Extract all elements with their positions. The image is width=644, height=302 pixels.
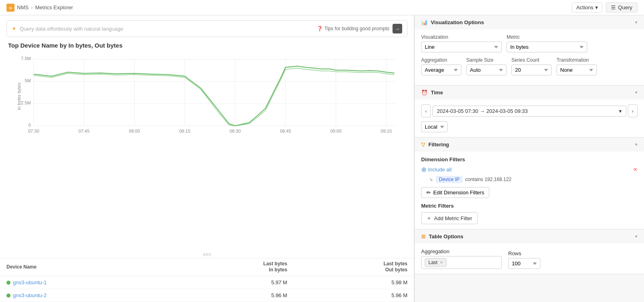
time-range-display[interactable]: 2024-03-05 07:30 → 2024-03-05 09:33 ▾ [432, 106, 626, 117]
sample-group: Sample Size Auto [466, 57, 507, 75]
agg-input-box[interactable]: Last × [421, 256, 502, 269]
sample-label: Sample Size [466, 57, 507, 63]
remove-agg-tag-button[interactable]: × [440, 260, 443, 265]
edit-dimension-filters-button[interactable]: ✏ Edit Dimension Filters [421, 187, 489, 198]
transform-select[interactable]: None [557, 65, 597, 75]
remove-filter-button[interactable]: ✕ [633, 167, 638, 173]
time-section-header[interactable]: ⏰ Time ▾ [415, 85, 644, 100]
series-label: Series Count [511, 57, 552, 63]
right-panel: 📊 Visualization Options ▾ Visualization … [414, 15, 644, 302]
sample-select[interactable]: Auto [466, 65, 507, 75]
series-group: Series Count 20 [511, 57, 552, 75]
table-icon: ⊞ [421, 233, 426, 240]
device-link-2[interactable]: gns3-ubuntu-2 [6, 292, 167, 298]
agg-tag-label: Last [428, 260, 438, 265]
time-header-left: ⏰ Time [421, 90, 443, 96]
table-options-header[interactable]: ⊞ Table Options ▾ [415, 229, 644, 244]
time-chevron-icon: ▾ [635, 90, 638, 95]
svg-text:5M: 5M [25, 78, 31, 83]
query-button[interactable]: ☰ Query [606, 2, 638, 12]
table-rows-group: Rows 100 [508, 250, 540, 269]
svg-text:08:30: 08:30 [230, 129, 241, 133]
time-nav: ‹ 2024-03-05 07:30 → 2024-03-05 09:33 ▾ … [421, 104, 638, 117]
add-metric-label: Add Metric Filter [434, 215, 472, 221]
timezone-row: Local [421, 121, 638, 132]
device-ip-chip[interactable]: Device IP [436, 176, 463, 183]
dim-filters-label: Dimension Filters [421, 156, 638, 162]
device-link-1[interactable]: gns3-ubuntu-1 [6, 279, 167, 285]
transform-label: Transformation [557, 57, 597, 63]
status-dot-2 [6, 294, 10, 298]
breadcrumb-metrics-explorer: Metrics Explorer [35, 4, 73, 10]
sparkle-icon: ✦ [12, 25, 17, 32]
col-in-bytes-header: Last bytes In bytes [173, 258, 293, 276]
vis-options-header-left: 📊 Visualization Options [421, 19, 484, 25]
filtering-header-left: ▽ Filtering [421, 142, 449, 148]
filtering-chevron-icon: ▾ [635, 142, 638, 147]
breadcrumb-sep: › [31, 4, 33, 10]
search-submit-button[interactable]: → [393, 24, 402, 33]
include-all-button[interactable]: ⊕ Include all [421, 166, 452, 173]
filter-chip-condition: contains 192.168.122 [465, 177, 511, 182]
vis-options-title: Visualization Options [431, 19, 484, 25]
search-placeholder-text: Query data effortlessly with natural lan… [20, 26, 314, 32]
clock-icon: ⏰ [421, 90, 428, 96]
agg-select[interactable]: Average [421, 65, 461, 75]
table-agg-group: Aggregation Last × [421, 248, 502, 269]
svg-text:08:15: 08:15 [179, 129, 191, 133]
svg-text:08:00: 08:00 [129, 129, 140, 133]
vis-options-section: 📊 Visualization Options ▾ Visualization … [415, 15, 644, 85]
filtering-body: Dimension Filters ⊕ Include all ✕ ↳ Devi… [415, 152, 644, 229]
resize-handle[interactable]: ⠿⠿⠿ [0, 252, 414, 258]
table-options-title: Table Options [429, 233, 463, 240]
col-device-name: Device Name [0, 258, 173, 276]
metric-group: Metric In bytes [507, 34, 587, 52]
time-title: Time [431, 90, 443, 96]
in-bytes-2: 5.96 M [173, 289, 293, 302]
actions-label: Actions [576, 4, 594, 10]
rows-select[interactable]: 100 [508, 258, 540, 269]
filter-arrow-icon: ↳ [429, 177, 433, 182]
device-name-cell: gns3-ubuntu-1 [0, 276, 173, 289]
series-select[interactable]: 20 [511, 65, 552, 75]
vis-label: Visualization [421, 34, 502, 40]
svg-text:2.5M: 2.5M [21, 100, 31, 105]
time-next-button[interactable]: › [628, 104, 638, 117]
metric-label: Metric [507, 34, 587, 40]
edit-dim-label: Edit Dimension Filters [433, 190, 484, 196]
filter-icon: ▽ [421, 142, 425, 148]
svg-text:N: N [9, 6, 12, 10]
device-name-cell-2: gns3-ubuntu-2 [0, 289, 173, 302]
table-agg-label: Aggregation [421, 248, 502, 254]
line-chart: 7.5M 5M 2.5M 0 In bytes bytes [4, 52, 410, 145]
topbar-left: N NMS › Metrics Explorer [6, 4, 73, 12]
help-icon: ❓ [317, 26, 323, 31]
device-name-1: gns3-ubuntu-1 [13, 279, 47, 285]
vis-metric-row: Visualization Line Metric In bytes [421, 34, 638, 52]
topbar-right: Actions ▾ ☰ Query [572, 2, 638, 12]
vis-options-header[interactable]: 📊 Visualization Options ▾ [415, 15, 644, 29]
time-range-text: 2024-03-05 07:30 → 2024-03-05 09:33 [437, 108, 528, 114]
chart-container: 7.5M 5M 2.5M 0 In bytes bytes [0, 52, 414, 252]
timezone-select[interactable]: Local [421, 121, 448, 132]
actions-chevron-icon: ▾ [595, 4, 598, 10]
vis-options-chevron-icon: ▾ [635, 20, 638, 25]
search-bar[interactable]: ✦ Query data effortlessly with natural l… [6, 20, 407, 37]
tips-label: Tips for building good prompts [324, 26, 389, 31]
filtering-title: Filtering [428, 142, 449, 148]
breadcrumb-nms[interactable]: NMS [17, 4, 29, 10]
out-bytes-2: 5.96 M [294, 289, 414, 302]
table-options-section: ⊞ Table Options ▾ Aggregation Last × [415, 229, 644, 274]
out-bytes-1: 5.98 M [294, 276, 414, 289]
vis-select[interactable]: Line [421, 42, 502, 52]
table-opt-row: Aggregation Last × Rows 100 [421, 248, 638, 269]
actions-button[interactable]: Actions ▾ [572, 2, 602, 12]
device-name-2: gns3-ubuntu-2 [13, 292, 47, 298]
metric-select[interactable]: In bytes [507, 42, 587, 52]
search-tips[interactable]: ❓ Tips for building good prompts [317, 26, 389, 31]
add-metric-filter-button[interactable]: ＋ Add Metric Filter [421, 212, 478, 224]
table-options-body: Aggregation Last × Rows 100 [415, 244, 644, 274]
time-prev-button[interactable]: ‹ [421, 104, 431, 117]
filtering-header[interactable]: ▽ Filtering ▾ [415, 137, 644, 152]
breadcrumb: NMS › Metrics Explorer [17, 4, 73, 10]
